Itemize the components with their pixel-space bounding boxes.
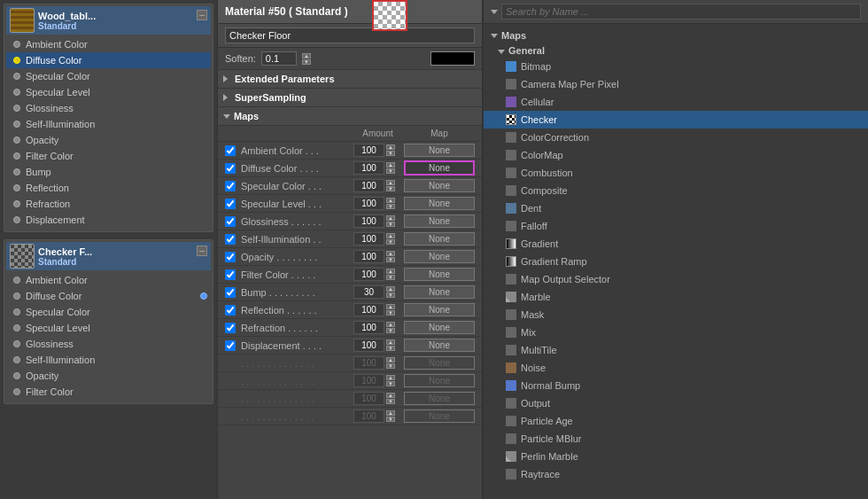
tree-item-0-0-20[interactable]: Particle Age [484,412,868,430]
map-amount-input-8[interactable] [353,285,384,299]
tree-item-0-0-6[interactable]: Combustion [484,164,868,182]
tree-item-0-0-22[interactable]: Perlin Marble [484,448,868,465]
map-btn-12[interactable]: None [404,356,475,370]
tree-section-0[interactable]: Maps [484,27,868,43]
map-spin-down-2[interactable]: ▼ [386,186,395,191]
node-prop-checker-node-6[interactable]: Opacity [6,368,211,384]
tree-item-0-0-17[interactable]: Noise [484,359,868,377]
map-btn-2[interactable]: None [404,179,475,192]
map-checkbox-4[interactable] [225,216,239,227]
map-spin-up-10[interactable]: ▲ [386,322,395,327]
search-input[interactable] [501,4,861,19]
map-checkbox-9[interactable] [225,305,239,316]
map-btn-1[interactable]: None [404,160,475,175]
tree-item-0-0-12[interactable]: Map Output Selector [484,270,868,288]
map-spin-down-4[interactable]: ▼ [386,222,395,227]
node-prop-wood-node-5[interactable]: Self-Illumination [6,116,211,132]
map-spin-down-8[interactable]: ▼ [386,292,395,298]
map-checkbox-0[interactable] [225,145,239,156]
map-checkbox-7[interactable] [225,269,239,280]
soften-spin-up[interactable]: ▲ [302,53,311,58]
extended-params-header[interactable]: Extended Parameters [218,70,482,89]
map-spin-up-8[interactable]: ▲ [386,286,395,292]
map-btn-13[interactable]: None [404,374,475,387]
node-prop-checker-node-0[interactable]: Ambient Color [6,272,211,288]
node-prop-wood-node-7[interactable]: Filter Color [6,148,211,164]
map-cb-input-3[interactable] [225,199,236,209]
node-prop-checker-node-3[interactable]: Specular Level [6,320,211,336]
map-amount-input-5[interactable] [353,232,384,246]
map-spin-up-2[interactable]: ▲ [386,180,395,185]
map-cb-input-10[interactable] [225,323,236,333]
node-prop-checker-node-1[interactable]: Diffuse Color [6,288,211,304]
node-prop-wood-node-8[interactable]: Bump [6,164,211,180]
map-btn-8[interactable]: None [404,285,475,299]
node-prop-wood-node-1[interactable]: Diffuse Color [6,52,211,68]
map-amount-input-4[interactable] [353,214,384,228]
map-spin-up-6[interactable]: ▲ [386,251,395,256]
map-spin-up-12[interactable]: ▲ [386,357,395,363]
tree-item-0-0-15[interactable]: Mix [484,324,868,341]
tree-item-0-0-2[interactable]: Cellular [484,93,868,111]
node-prop-checker-node-7[interactable]: Filter Color [6,384,211,400]
map-btn-7[interactable]: None [404,268,475,281]
supersampling-header[interactable]: SuperSampling [218,89,482,107]
map-spin-up-4[interactable]: ▲ [386,215,395,221]
node-prop-wood-node-4[interactable]: Glossiness [6,100,211,116]
map-cb-input-2[interactable] [225,181,236,191]
tree-item-0-0-19[interactable]: Output [484,394,868,412]
node-prop-wood-node-10[interactable]: Refraction [6,196,211,212]
node-close-wood-node[interactable]: ─ [197,10,207,20]
map-spin-up-11[interactable]: ▲ [386,339,395,345]
map-spin-up-14[interactable]: ▲ [386,393,395,398]
tree-item-0-0-3[interactable]: Checker [484,111,868,129]
map-cb-input-0[interactable] [225,145,236,156]
map-spin-up-15[interactable]: ▲ [386,410,395,416]
node-prop-wood-node-11[interactable]: Displacement [6,212,211,228]
map-spin-down-1[interactable]: ▼ [386,168,395,174]
map-amount-input-14[interactable] [353,392,384,405]
node-prop-wood-node-2[interactable]: Specular Color [6,68,211,84]
map-spin-down-15[interactable]: ▼ [386,417,395,422]
map-amount-input-10[interactable] [353,321,384,334]
map-spin-up-1[interactable]: ▲ [386,162,395,168]
map-cb-input-7[interactable] [225,269,236,280]
map-spin-down-13[interactable]: ▼ [386,381,395,386]
map-checkbox-8[interactable] [225,287,239,298]
map-cb-input-4[interactable] [225,216,236,227]
node-close-checker-node[interactable]: ─ [197,246,207,256]
map-spin-up-0[interactable]: ▲ [386,144,395,150]
map-spin-up-3[interactable]: ▲ [386,198,395,203]
map-checkbox-1[interactable] [225,163,239,174]
map-cb-input-8[interactable] [225,287,236,298]
map-btn-9[interactable]: None [404,303,475,316]
map-spin-down-6[interactable]: ▼ [386,257,395,262]
map-amount-input-9[interactable] [353,303,384,316]
tree-item-0-0-9[interactable]: Falloff [484,217,868,235]
tree-item-0-0-14[interactable]: Mask [484,306,868,324]
map-btn-6[interactable]: None [404,250,475,263]
material-name-input[interactable] [225,27,475,43]
soften-input[interactable] [261,51,297,66]
map-cb-input-1[interactable] [225,163,236,174]
map-spin-up-7[interactable]: ▲ [386,269,395,274]
map-amount-input-0[interactable] [353,144,384,157]
map-btn-14[interactable]: None [404,392,475,405]
map-cb-input-11[interactable] [225,340,236,351]
node-prop-checker-node-2[interactable]: Specular Color [6,304,211,320]
soften-spin-down[interactable]: ▼ [302,59,311,65]
map-btn-10[interactable]: None [404,321,475,334]
node-header-wood-node[interactable]: Wood_tabl...Standard─ [6,6,211,35]
map-checkbox-11[interactable] [225,340,239,351]
tree-item-0-0-8[interactable]: Dent [484,199,868,217]
map-spin-up-13[interactable]: ▲ [386,375,395,380]
maps-section-header[interactable]: Maps [218,107,482,126]
tree-subsection-0-0[interactable]: General [484,43,868,58]
tree-item-0-0-4[interactable]: ColorCorrection [484,129,868,146]
map-spin-down-14[interactable]: ▼ [386,399,395,404]
tree-item-0-0-7[interactable]: Composite [484,182,868,199]
map-btn-11[interactable]: None [404,339,475,352]
map-btn-3[interactable]: None [404,197,475,210]
map-amount-input-13[interactable] [353,374,384,387]
map-spin-down-10[interactable]: ▼ [386,328,395,333]
